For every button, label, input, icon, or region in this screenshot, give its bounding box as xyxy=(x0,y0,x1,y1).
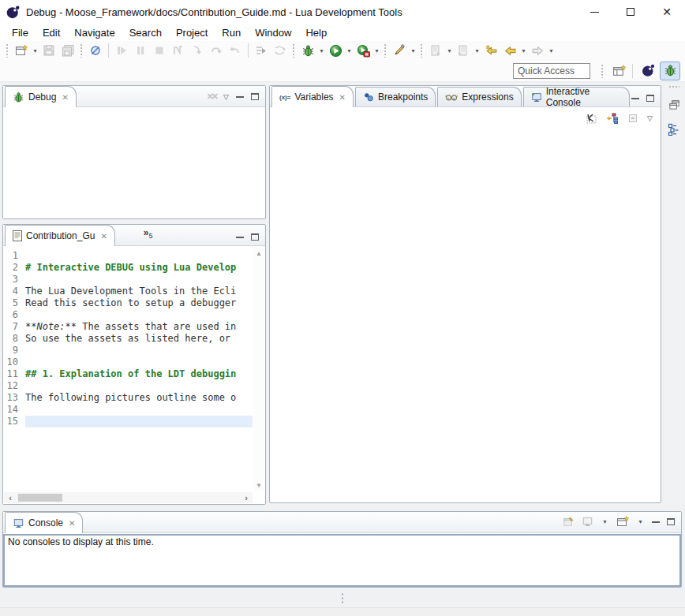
drop-to-frame-button[interactable] xyxy=(271,42,290,59)
menu-help[interactable]: Help xyxy=(298,25,334,40)
step-over-button[interactable] xyxy=(207,42,226,59)
line-text[interactable] xyxy=(25,357,253,368)
variables-minimize-icon[interactable] xyxy=(631,97,639,99)
tab-expressions[interactable]: x y Expressions xyxy=(437,87,521,106)
tab-interactive-console[interactable]: Interactive Console xyxy=(523,87,630,106)
debug-view-menu-icon[interactable]: ▽ xyxy=(223,93,229,101)
save-button[interactable] xyxy=(39,42,58,59)
tab-console[interactable]: Console ✕ xyxy=(5,512,83,533)
line-text[interactable]: # Interactive DEBUG using Lua Develop xyxy=(25,262,253,274)
editor-line[interactable]: 6 xyxy=(3,309,253,321)
outline-view-button[interactable] xyxy=(665,121,683,138)
show-logical-structures-button[interactable] xyxy=(606,112,619,125)
new-element-button[interactable] xyxy=(426,42,445,59)
horizontal-scroll-thumb[interactable] xyxy=(18,494,62,502)
scroll-down-icon[interactable]: ▼ xyxy=(256,482,262,489)
new-wizard-dropdown[interactable]: ▾ xyxy=(31,47,39,54)
remove-terminated-icon[interactable]: ✕✕ xyxy=(207,91,216,102)
coverage-dropdown[interactable]: ▾ xyxy=(372,47,381,54)
menu-navigate[interactable]: Navigate xyxy=(67,25,122,40)
resume-button[interactable] xyxy=(112,42,131,59)
open-element-button[interactable] xyxy=(454,42,473,59)
quick-access-input[interactable]: Quick Access xyxy=(513,63,590,79)
line-text[interactable]: Read this section to setup a debugger xyxy=(25,297,253,309)
new-wizard-button[interactable] xyxy=(12,42,31,59)
editor-line[interactable]: 11## 1. Explanation of the LDT debuggin xyxy=(3,368,253,380)
menu-run[interactable]: Run xyxy=(215,25,248,40)
hidden-editors-chevron[interactable]: »5 xyxy=(144,227,153,243)
suspend-button[interactable] xyxy=(131,42,150,59)
restore-views-button[interactable] xyxy=(665,95,683,113)
strip-drag-handle[interactable] xyxy=(668,85,679,89)
forward-button[interactable] xyxy=(528,42,547,59)
tab-debug[interactable]: Debug ✕ xyxy=(5,86,77,107)
run-dropdown[interactable]: ▾ xyxy=(345,47,354,54)
display-console-dropdown[interactable]: ▾ xyxy=(601,518,609,525)
debug-minimize-icon[interactable] xyxy=(236,95,244,98)
pin-console-button[interactable] xyxy=(563,516,575,528)
editor-line[interactable]: 1 xyxy=(3,250,253,262)
tab-debug-close-icon[interactable]: ✕ xyxy=(62,93,68,102)
external-tools-button[interactable] xyxy=(390,42,409,59)
variables-view-menu-icon[interactable]: ▽ xyxy=(647,114,653,122)
console-minimize-icon[interactable] xyxy=(652,521,660,523)
line-text[interactable] xyxy=(25,274,253,286)
debug-dropdown[interactable]: ▾ xyxy=(317,47,326,54)
open-element-dropdown[interactable]: ▾ xyxy=(473,47,481,54)
editor-horizontal-scrollbar[interactable]: ‹ › xyxy=(4,492,253,503)
editor-body[interactable]: 12# Interactive DEBUG using Lua Develop3… xyxy=(3,247,265,504)
line-text[interactable]: ## 1. Explanation of the LDT debuggin xyxy=(25,368,253,380)
disconnect-button[interactable] xyxy=(169,42,188,59)
editor-line[interactable]: 8So use the assets as listed here, or xyxy=(3,333,253,345)
menu-window[interactable]: Window xyxy=(248,25,298,40)
skip-all-breakpoints-button[interactable] xyxy=(86,42,105,59)
toolbar-drag-handle[interactable] xyxy=(6,43,9,58)
open-console-dropdown[interactable]: ▾ xyxy=(636,518,645,525)
terminate-button[interactable] xyxy=(150,42,169,59)
scroll-left-icon[interactable]: ‹ xyxy=(4,493,17,502)
editor-line[interactable]: 9 xyxy=(3,345,253,357)
window-minimize-button[interactable] xyxy=(576,0,612,24)
line-text[interactable] xyxy=(25,380,253,392)
use-step-filters-button[interactable] xyxy=(252,42,271,59)
editor-line[interactable]: 12 xyxy=(3,380,253,392)
sash-drag-handle[interactable] xyxy=(341,592,344,605)
menu-search[interactable]: Search xyxy=(122,25,169,40)
external-tools-dropdown[interactable]: ▾ xyxy=(409,47,417,54)
editor-line[interactable]: 3 xyxy=(3,274,253,286)
editor-lines[interactable]: 12# Interactive DEBUG using Lua Develop3… xyxy=(3,250,253,491)
toolbar-drag-handle[interactable] xyxy=(420,43,424,58)
editor-line[interactable]: 13The following pictures outline some o xyxy=(3,392,253,404)
tab-variables-close-icon[interactable]: ✕ xyxy=(339,93,346,102)
back-dropdown[interactable]: ▾ xyxy=(519,47,528,54)
line-text[interactable]: So use the assets as listed here, or xyxy=(25,333,253,345)
line-text[interactable] xyxy=(25,309,253,321)
line-text[interactable]: **Note:** The assets that are used in xyxy=(25,321,253,333)
editor-line[interactable]: 2# Interactive DEBUG using Lua Develop xyxy=(3,262,253,274)
editor-line[interactable]: 7**Note:** The assets that are used in xyxy=(3,321,253,333)
window-maximize-button[interactable] xyxy=(612,0,649,24)
tab-contribution-guide-close-icon[interactable]: ✕ xyxy=(100,232,107,241)
open-perspective-button[interactable] xyxy=(608,62,629,80)
new-element-dropdown[interactable]: ▾ xyxy=(445,47,454,54)
console-maximize-icon[interactable] xyxy=(667,518,675,525)
editor-line[interactable]: 10 xyxy=(3,357,253,368)
line-text[interactable]: The Lua Development Tools in the Ecli xyxy=(25,286,253,297)
save-all-button[interactable] xyxy=(58,42,77,59)
debug-maximize-icon[interactable] xyxy=(251,93,259,100)
editor-line[interactable]: 14 xyxy=(3,404,253,416)
toolbar-drag-handle[interactable] xyxy=(601,64,605,78)
toolbar-drag-handle[interactable] xyxy=(292,43,296,58)
toolbar-drag-handle[interactable] xyxy=(384,43,387,58)
forward-dropdown[interactable]: ▾ xyxy=(547,47,556,54)
last-edit-location-button[interactable] xyxy=(481,42,500,59)
lua-perspective-button[interactable] xyxy=(638,62,658,80)
debug-perspective-button[interactable] xyxy=(660,62,680,80)
run-button[interactable] xyxy=(326,42,345,59)
window-close-button[interactable]: ✕ xyxy=(649,0,685,24)
step-into-button[interactable] xyxy=(188,42,207,59)
editor-line[interactable]: 15 xyxy=(3,416,253,427)
line-text[interactable] xyxy=(25,250,253,262)
editor-line[interactable]: 4The Lua Development Tools in the Ecli xyxy=(3,286,253,297)
editor-vertical-scrollbar[interactable]: ▲ ▼ xyxy=(253,248,264,491)
